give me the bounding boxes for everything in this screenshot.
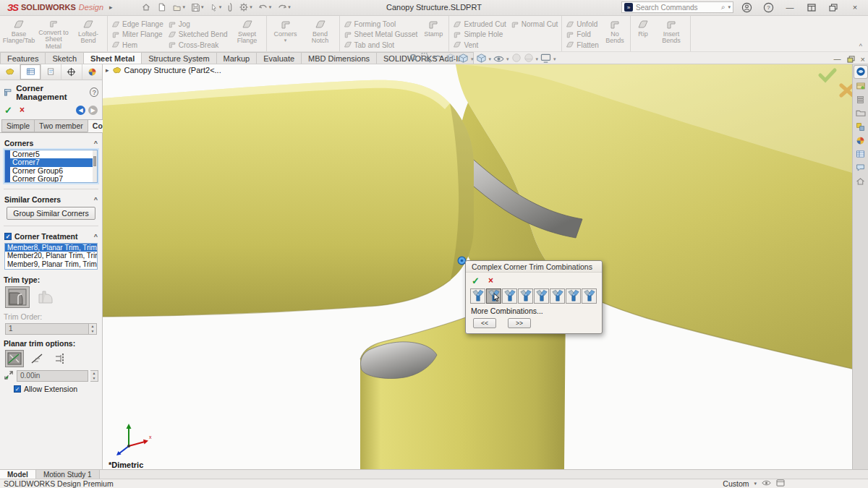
ribbon-collapse-icon[interactable]: ^ xyxy=(859,43,862,50)
pm-cancel-button[interactable]: × xyxy=(20,105,25,115)
feature-tree-flyout[interactable]: ▸ Canopy Structure (Part2<... xyxy=(106,66,221,74)
home-tab-icon[interactable] xyxy=(854,176,867,188)
combination-thumbnail[interactable] xyxy=(502,288,517,304)
sketched-bend-button[interactable]: Sketched Bend xyxy=(166,30,229,39)
corners-collapse-icon[interactable]: ^ xyxy=(94,140,98,147)
close-button[interactable]: × xyxy=(846,1,864,13)
pm-forward-button[interactable]: ▶ xyxy=(88,106,98,115)
editing-pane-icon[interactable] xyxy=(776,479,785,488)
motion-study-tab[interactable]: Motion Study 1 xyxy=(36,470,100,479)
redo-caret-icon[interactable]: ▾ xyxy=(288,4,291,10)
list-item[interactable]: Member20, Planar Trim, Trim Order = 2 xyxy=(5,252,97,260)
select-caret-icon[interactable]: ▾ xyxy=(219,4,222,10)
tab-structure-system[interactable]: Structure System xyxy=(141,52,216,64)
dialog-cancel-button[interactable]: × xyxy=(488,275,493,286)
complex-corner-trim-dialog[interactable]: Complex Corner Trim Combinations ✓ × xyxy=(465,260,603,334)
tags-icon[interactable] xyxy=(762,479,771,488)
corner-treatment-section-header[interactable]: ✓ Corner Treatment ^ xyxy=(4,231,98,242)
corners-list-scrollbar[interactable] xyxy=(93,150,97,182)
doc-minimize-icon[interactable]: — xyxy=(834,55,841,63)
pm-help-icon[interactable]: ? xyxy=(90,87,98,97)
group-similar-corners-button[interactable]: Group Similar Corners xyxy=(7,207,95,220)
vent-button[interactable]: Vent xyxy=(451,40,507,50)
pm-back-button[interactable]: ◀ xyxy=(76,106,85,115)
insert-bends-button[interactable]: Insert Bends xyxy=(655,17,688,50)
list-item-selected[interactable]: Member8, Planar Trim, Trim Order = 1 xyxy=(5,244,97,252)
combination-thumbnail[interactable] xyxy=(550,288,565,304)
tree-expand-icon[interactable]: ▸ xyxy=(106,67,109,74)
toolbox-tab-icon[interactable] xyxy=(854,93,867,106)
combination-thumbnail[interactable] xyxy=(534,288,549,304)
miter-flange-button[interactable]: Miter Flange xyxy=(110,30,165,39)
tab-markup[interactable]: Markup xyxy=(216,52,258,64)
hem-button[interactable]: Hem xyxy=(110,40,165,50)
corner-treatment-checkbox[interactable]: ✓ xyxy=(4,233,12,240)
gap-spin-buttons[interactable]: ▲▼ xyxy=(90,370,98,382)
logo-flyout-arrow[interactable]: ▸ xyxy=(109,4,113,11)
3dexperience-tab-icon[interactable] xyxy=(854,66,867,78)
bend-notch-button[interactable]: Bend Notch xyxy=(304,17,337,50)
next-combinations-button[interactable]: >> xyxy=(508,318,531,328)
search-icon[interactable]: ⌕ xyxy=(721,3,726,12)
simple-hole-button[interactable]: Simple Hole xyxy=(451,30,507,39)
gap-distance-input[interactable]: 0.00in xyxy=(17,370,88,382)
combination-thumbnail[interactable] xyxy=(582,288,597,304)
tab-and-slot-button[interactable]: Tab and Slot xyxy=(342,40,420,50)
swept-flange-button[interactable]: Swept Flange xyxy=(231,17,264,50)
trim-type-second-button[interactable] xyxy=(34,286,59,308)
undo-caret-icon[interactable]: ▾ xyxy=(269,4,272,10)
combination-thumbnail[interactable] xyxy=(566,288,581,304)
restore-button[interactable] xyxy=(825,1,842,13)
tab-mbd-dimensions[interactable]: MBD Dimensions xyxy=(301,52,377,64)
corners-caret-icon[interactable]: ▾ xyxy=(284,38,287,43)
maximize-button[interactable] xyxy=(803,1,820,13)
design-library-tab-icon[interactable] xyxy=(854,80,867,92)
account-button[interactable] xyxy=(738,1,755,13)
view-orientation-caret-icon[interactable]: ▾ xyxy=(471,56,474,62)
doc-close-icon[interactable]: × xyxy=(861,55,865,64)
more-combinations-link[interactable]: More Combinations... xyxy=(471,307,597,315)
attachment-button[interactable] xyxy=(225,1,235,13)
previous-combinations-button[interactable]: << xyxy=(473,318,496,328)
new-document-button[interactable] xyxy=(155,1,169,13)
confirmation-cancel-icon[interactable] xyxy=(839,83,852,100)
tab-evaluate[interactable]: Evaluate xyxy=(256,52,302,64)
trim-type-first-button[interactable] xyxy=(5,286,30,308)
edge-flange-button[interactable]: Edge Flange xyxy=(110,20,165,29)
dialog-ok-button[interactable]: ✓ xyxy=(472,275,480,286)
planar-option-second-button[interactable] xyxy=(28,350,47,367)
pm-tab-simple[interactable]: Simple xyxy=(1,119,35,132)
similar-corners-section-header[interactable]: Similar Corners ^ xyxy=(4,194,98,205)
cross-break-button[interactable]: Cross-Break xyxy=(166,40,229,50)
design-reuse-tab-icon[interactable] xyxy=(854,121,867,133)
fold-button[interactable]: Fold xyxy=(564,30,600,39)
configuration-manager-tab[interactable] xyxy=(41,64,61,80)
display-manager-tab[interactable] xyxy=(82,64,102,80)
display-style-caret-icon[interactable]: ▾ xyxy=(489,56,492,62)
minimize-button[interactable]: — xyxy=(781,1,799,13)
planar-option-third-button[interactable] xyxy=(51,350,70,367)
redo-button[interactable]: ▾ xyxy=(275,2,293,12)
appearances-tab-icon[interactable] xyxy=(854,134,867,147)
graphics-viewport[interactable]: ▸ Canopy Structure (Part2<... Complex Co… xyxy=(103,64,852,469)
corners-button[interactable]: Corners▾ xyxy=(269,17,302,50)
open-document-button[interactable]: ▾ xyxy=(170,2,188,13)
extruded-cut-button[interactable]: Extruded Cut xyxy=(451,20,507,29)
list-item[interactable]: Member9, Planar Trim, Trim Order = 2 xyxy=(5,260,97,269)
planar-option-first-button[interactable] xyxy=(5,350,24,367)
no-bends-button[interactable]: No Bends xyxy=(602,17,628,50)
options-gear-button[interactable]: ▾ xyxy=(237,1,255,13)
base-flange-button[interactable]: Base Flange/Tab xyxy=(2,17,35,50)
combination-thumbnail-selected[interactable] xyxy=(486,288,501,304)
combination-thumbnail[interactable] xyxy=(518,288,533,304)
search-commands-box[interactable]: » Search Commands ⌕ ▾ xyxy=(621,1,733,13)
pm-tab-two-member[interactable]: Two member xyxy=(34,119,88,132)
units-caret-icon[interactable]: ▾ xyxy=(754,481,757,487)
list-item[interactable]: Corner Group7 xyxy=(10,175,93,182)
dialog-title[interactable]: Complex Corner Trim Combinations xyxy=(466,261,602,273)
custom-properties-tab-icon[interactable] xyxy=(854,148,867,160)
solidworks-logo[interactable]: ЗS SOLIDWORKS Design ▸ xyxy=(0,2,119,13)
select-tool-button[interactable]: ▾ xyxy=(208,2,224,13)
allow-extension-checkbox[interactable]: ✓ xyxy=(14,385,21,393)
help-button[interactable]: ? xyxy=(760,1,777,13)
